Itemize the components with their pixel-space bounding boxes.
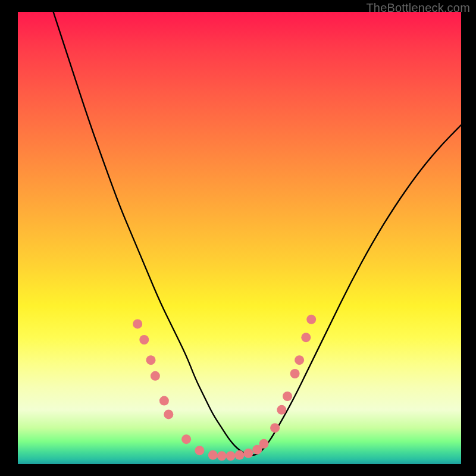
data-point (217, 451, 227, 461)
bottleneck-curve (54, 12, 461, 455)
data-point (252, 445, 262, 455)
data-point (226, 451, 236, 461)
data-point (243, 449, 253, 458)
data-point (301, 333, 311, 342)
data-point (151, 371, 160, 381)
plot-area (18, 12, 461, 464)
chart-frame: TheBottleneck.com (0, 0, 476, 476)
data-point (164, 409, 173, 419)
watermark-text: TheBottleneck.com (366, 1, 470, 15)
data-point (235, 450, 245, 460)
data-point (133, 319, 142, 328)
data-point (295, 355, 304, 365)
data-point (290, 369, 300, 378)
data-point (306, 315, 316, 324)
data-point (159, 396, 169, 406)
data-point (277, 405, 286, 415)
data-point (208, 450, 218, 460)
data-point (139, 335, 149, 345)
marker-group (133, 315, 316, 461)
data-point (195, 446, 204, 455)
data-point (259, 439, 269, 449)
data-point (270, 423, 280, 433)
chart-svg (18, 12, 461, 464)
data-point (146, 355, 156, 365)
data-point (283, 392, 292, 401)
data-point (181, 434, 191, 444)
